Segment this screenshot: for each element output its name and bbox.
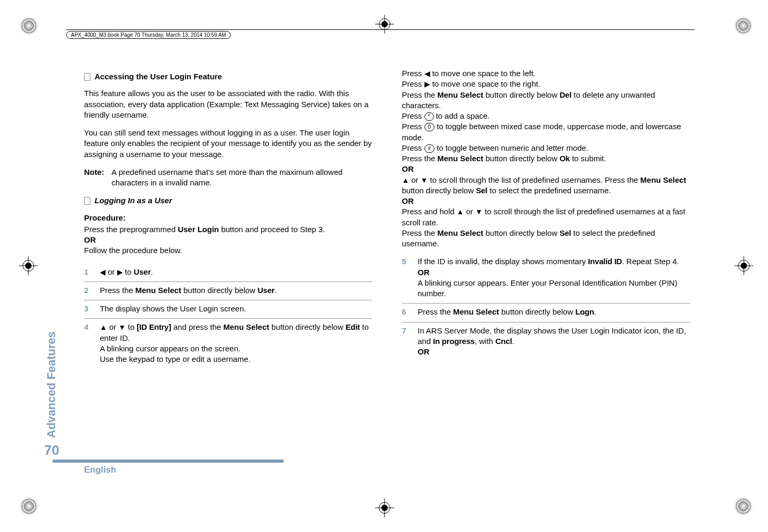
- text: Press: [402, 111, 424, 120]
- line: Press the Menu Select button directly be…: [402, 153, 690, 164]
- up-arrow-icon: ▲: [456, 207, 464, 216]
- text: Press the: [402, 154, 438, 163]
- step-list-left: 1 ◀ or ▶ to User. 2 Press the Menu Selec…: [84, 264, 372, 369]
- step-number: 6: [402, 307, 409, 317]
- right-column: Press ◀ to move one space to the left. P…: [402, 68, 690, 448]
- text: Press the preprogrammed: [84, 225, 178, 234]
- running-header-text: APX_4000_M3.book Page 70 Thursday, March…: [66, 31, 231, 39]
- line: Press 0 to toggle between mixed case mod…: [402, 121, 690, 143]
- line: Press the Menu Select button directly be…: [402, 90, 690, 111]
- text: Use the keypad to type or edit a usernam…: [100, 354, 251, 363]
- or-label: OR: [402, 196, 690, 206]
- up-arrow-icon: ▲: [402, 176, 409, 184]
- text: Press the: [100, 286, 136, 295]
- text: A blinking cursor appears on the screen.: [100, 344, 241, 353]
- bold: Menu Select: [136, 286, 182, 295]
- text: or: [106, 267, 117, 276]
- text: button directly below: [499, 307, 575, 316]
- step-4-continuation: Press ◀ to move one space to the left. P…: [402, 68, 690, 249]
- line: Press ▶ to move one space to the right.: [402, 79, 690, 89]
- down-arrow-icon: ▼: [475, 207, 483, 216]
- right-arrow-icon: ▶: [117, 268, 123, 276]
- ui-label: Edit: [346, 322, 360, 331]
- step-7: 7 In ARS Server Mode, the display shows …: [402, 322, 690, 362]
- text: button and proceed to Step 3.: [219, 225, 325, 234]
- text: to submit.: [570, 154, 606, 163]
- down-arrow-icon: ▼: [119, 323, 126, 331]
- left-arrow-icon: ◀: [424, 69, 430, 78]
- print-mark-bl: [20, 497, 38, 515]
- or-label: OR: [418, 268, 430, 277]
- running-header: APX_4000_M3.book Page 70 Thursday, March…: [66, 29, 694, 40]
- crop-target-bottom: [375, 498, 394, 517]
- step-6: 6 Press the Menu Select button directly …: [402, 304, 690, 322]
- text: A blinking cursor appears. Enter your Pe…: [418, 278, 677, 298]
- step-body: Press the Menu Select button directly be…: [418, 307, 690, 317]
- or-label: OR: [418, 347, 430, 356]
- text: button directly below: [483, 90, 559, 99]
- doc-icon: [84, 197, 90, 205]
- text: to select the predefined username.: [487, 186, 611, 195]
- crop-target-right: [734, 256, 753, 275]
- text: to add a space.: [434, 111, 490, 120]
- ui-label: Sel: [476, 186, 487, 195]
- text: to move one space to the right.: [430, 79, 541, 88]
- intro-para-1: This feature allows you as the user to b…: [84, 88, 372, 120]
- up-arrow-icon: ▲: [100, 323, 107, 331]
- text: Press the: [418, 307, 453, 316]
- text: Press: [402, 143, 424, 152]
- text: Press: [402, 122, 424, 131]
- text: .: [151, 267, 153, 276]
- text: .: [275, 286, 277, 295]
- ui-label: User: [134, 267, 151, 276]
- text: or: [464, 207, 475, 216]
- step-3: 3 The display shows the User Login scree…: [84, 300, 372, 319]
- text: or: [409, 175, 421, 184]
- bold: Menu Select: [438, 228, 484, 237]
- ui-label: Sel: [559, 228, 571, 237]
- step-2: 2 Press the Menu Select button directly …: [84, 282, 372, 300]
- text: .: [594, 307, 596, 316]
- key-zero-icon: 0: [424, 123, 435, 131]
- text: . Repeat Step 4.: [622, 257, 679, 266]
- right-arrow-icon: ▶: [424, 80, 430, 88]
- bold: Menu Select: [438, 154, 484, 163]
- step-body: ▲ or ▼ to [ID Entry] and press the Menu …: [100, 322, 372, 364]
- sidebar-section-label: Advanced Features: [45, 331, 58, 438]
- text: Press and hold: [402, 207, 456, 216]
- left-arrow-icon: ◀: [100, 268, 106, 276]
- text: or: [107, 322, 119, 331]
- step-number: 7: [402, 326, 409, 358]
- text: button directly below: [269, 322, 346, 331]
- text: If the ID is invalid, the display shows …: [418, 257, 588, 266]
- step-body: ◀ or ▶ to User.: [100, 267, 372, 277]
- step-number: 2: [84, 285, 91, 296]
- text: button directly below: [402, 186, 476, 195]
- text: to move one space to the left.: [430, 69, 536, 78]
- print-mark-tl: [20, 17, 38, 35]
- sidebar: Advanced Features 70: [44, 331, 59, 458]
- procedure-intro: Press the preprogrammed User Login butto…: [84, 224, 372, 235]
- text: to: [126, 322, 137, 331]
- text: .: [512, 337, 514, 346]
- left-column: Accessing the User Login Feature This fe…: [84, 68, 372, 448]
- ui-label: User: [257, 286, 275, 295]
- step-number: 5: [402, 256, 409, 299]
- page-number: 70: [44, 442, 59, 458]
- line: Press ◀ to move one space to the left.: [402, 68, 690, 79]
- heading-access-user-login: Accessing the User Login Feature: [84, 71, 372, 82]
- step-number: 4: [84, 322, 91, 364]
- ui-label: Cncl: [495, 337, 512, 346]
- doc-icon: [84, 73, 90, 81]
- text: to toggle between numeric and letter mod…: [434, 143, 588, 152]
- heading-text: Logging In as a User: [95, 195, 172, 206]
- step-body: In ARS Server Mode, the display shows th…: [418, 326, 690, 358]
- procedure-label: Procedure:: [84, 213, 372, 223]
- bold: Menu Select: [453, 307, 500, 316]
- ui-label: Del: [559, 90, 572, 99]
- text: Press: [402, 79, 424, 88]
- line: Press and hold ▲ or ▼ to scroll through …: [402, 206, 690, 228]
- bold: Menu Select: [223, 322, 269, 331]
- ui-label: Logn: [575, 307, 594, 316]
- step-list-right: 5 If the ID is invalid, the display show…: [402, 253, 690, 361]
